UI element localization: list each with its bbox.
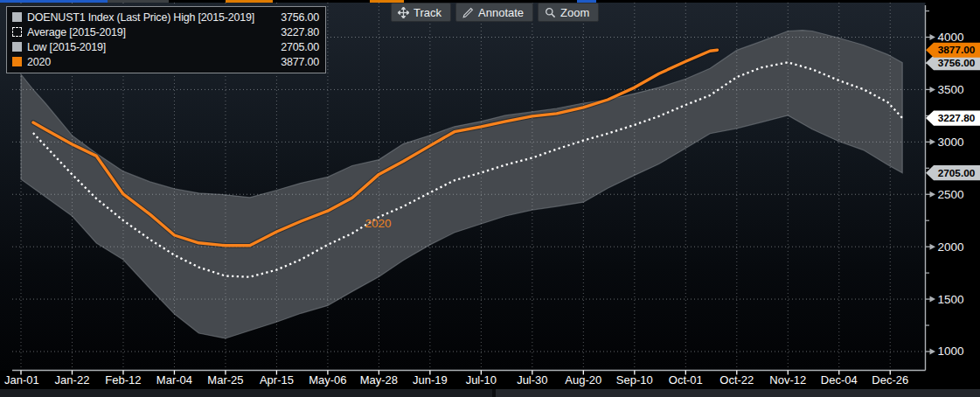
y-axis-label: 3000 xyxy=(938,136,964,149)
x-axis-label: Jun-19 xyxy=(413,373,448,387)
x-axis-label: Apr-15 xyxy=(260,373,294,387)
strip-segment xyxy=(226,0,273,3)
legend-label: DOENUST1 Index (Last Price) High [2015-2… xyxy=(27,11,267,24)
strip-segment xyxy=(370,0,404,3)
x-axis-label: Jul-30 xyxy=(517,373,547,387)
x-axis-label: May-28 xyxy=(360,373,398,387)
low-last-badge: 2705.00 xyxy=(926,165,980,180)
price-2020-badge-value: 3877.00 xyxy=(938,44,976,56)
annotate-button[interactable]: Annotate xyxy=(455,3,533,22)
y-tick-arrow xyxy=(930,244,936,250)
y-axis-label: 1500 xyxy=(938,293,964,306)
low-last-badge-value: 2705.00 xyxy=(938,167,976,179)
orange-swatch-icon xyxy=(12,57,22,66)
high-last-badge-value: 3756.00 xyxy=(938,57,976,69)
zoom-icon xyxy=(545,7,556,18)
y-axis-label: 4000 xyxy=(938,31,964,44)
annotate-icon xyxy=(462,7,474,18)
track-button[interactable]: Track xyxy=(391,3,451,22)
legend-value: 3877.00 xyxy=(267,56,319,68)
strip-segment xyxy=(577,0,596,3)
x-axis-label: Oct-22 xyxy=(719,373,754,387)
gray-swatch-icon xyxy=(12,42,22,52)
legend-label: Average [2015-2019] xyxy=(27,26,267,38)
price-2020-badge: 3877.00 xyxy=(926,43,980,58)
dotted-swatch-icon xyxy=(12,27,22,37)
legend-row-high[interactable]: DOENUST1 Index (Last Price) High [2015-2… xyxy=(12,10,319,24)
strip-segment xyxy=(0,389,492,397)
strip-segment xyxy=(0,0,108,3)
top-apps-strip xyxy=(0,0,980,3)
y-axis-label: 2500 xyxy=(938,188,964,201)
legend-label: 2020 xyxy=(27,56,267,68)
legend-label: Low [2015-2019] xyxy=(27,41,267,53)
y-tick-arrow xyxy=(930,139,936,145)
zoom-button-label: Zoom xyxy=(560,6,589,19)
x-axis-label: May-06 xyxy=(309,373,346,387)
x-axis-label: Dec-04 xyxy=(821,373,858,387)
bloomberg-chart-window: 20201000150020002500300035004000Jan-01Ja… xyxy=(0,0,980,397)
x-axis-label: Sep-10 xyxy=(616,373,653,387)
x-axis-label: Jan-22 xyxy=(55,373,90,387)
y-tick-arrow xyxy=(930,192,936,198)
y-tick-arrow xyxy=(930,296,936,303)
y-axis-label: 2000 xyxy=(938,240,964,254)
zoom-button[interactable]: Zoom xyxy=(538,3,599,22)
track-button-label: Track xyxy=(414,6,441,19)
y-axis-label: 3500 xyxy=(938,83,964,96)
average-last-badge: 3227.80 xyxy=(926,110,980,125)
legend-row-2020[interactable]: 20203877.00 xyxy=(12,54,319,69)
legend-value: 2705.00 xyxy=(267,41,319,53)
legend-value: 3756.00 xyxy=(267,11,319,24)
average-last-badge-value: 3227.80 xyxy=(938,112,976,124)
bottom-status-strip xyxy=(0,389,980,397)
annotate-button-label: Annotate xyxy=(478,6,524,19)
gray-swatch-icon xyxy=(12,12,22,22)
x-axis-label: Oct-01 xyxy=(669,373,703,387)
y-tick-arrow xyxy=(930,348,936,354)
y-axis-label: 1000 xyxy=(938,345,964,358)
x-axis-label: Nov-12 xyxy=(769,373,806,387)
x-axis-label: Mar-25 xyxy=(207,373,243,387)
x-axis-label: Aug-20 xyxy=(565,373,601,387)
y-tick-arrow xyxy=(930,87,936,93)
y-tick-arrow xyxy=(930,34,936,40)
x-axis-label: Jan-01 xyxy=(4,373,39,387)
track-icon xyxy=(398,7,409,18)
strip-segment xyxy=(108,0,169,3)
legend-row-average[interactable]: Average [2015-2019]3227.80 xyxy=(12,24,319,39)
series-2020-label: 2020 xyxy=(365,217,391,230)
chart-legend: DOENUST1 Index (Last Price) High [2015-2… xyxy=(6,6,326,73)
chart-toolbar: TrackAnnotateZoom xyxy=(391,3,599,22)
legend-row-low[interactable]: Low [2015-2019]2705.00 xyxy=(12,39,319,54)
x-axis-label: Jul-10 xyxy=(466,373,497,387)
x-axis-label: Mar-04 xyxy=(156,373,192,387)
x-axis-label: Dec-26 xyxy=(872,373,908,387)
strip-segment xyxy=(496,389,980,397)
x-axis-label: Feb-12 xyxy=(105,373,141,387)
legend-value: 3227.80 xyxy=(267,26,319,38)
